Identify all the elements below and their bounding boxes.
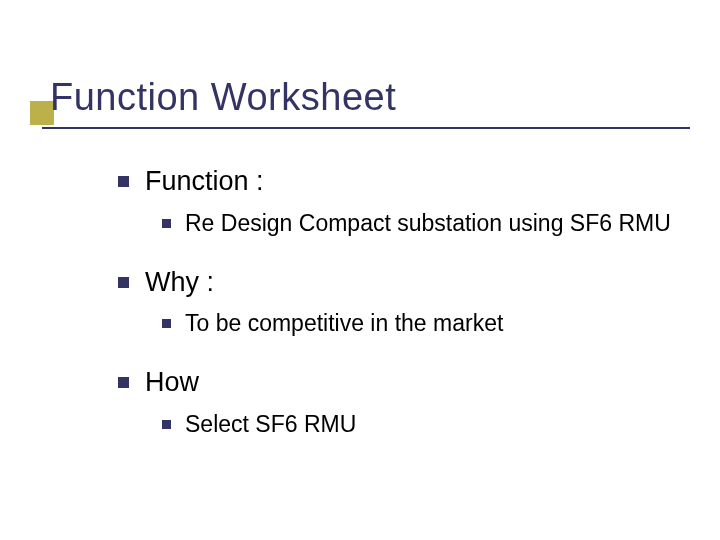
- square-bullet-icon: [162, 420, 171, 429]
- section-heading: Function :: [145, 165, 264, 199]
- list-item: Function :: [118, 165, 680, 199]
- square-bullet-icon: [118, 277, 129, 288]
- list-item: Why :: [118, 266, 680, 300]
- square-bullet-icon: [162, 319, 171, 328]
- list-item: Select SF6 RMU: [162, 410, 680, 439]
- slide-content: Function : Re Design Compact substation …: [118, 165, 680, 467]
- section-heading: How: [145, 366, 199, 400]
- list-item: Re Design Compact substation using SF6 R…: [162, 209, 680, 238]
- list-item: How: [118, 366, 680, 400]
- section-item: Re Design Compact substation using SF6 R…: [185, 209, 671, 238]
- section-item: To be competitive in the market: [185, 309, 503, 338]
- section-heading: Why :: [145, 266, 214, 300]
- slide-title: Function Worksheet: [50, 76, 720, 119]
- list-item: To be competitive in the market: [162, 309, 680, 338]
- square-bullet-icon: [118, 176, 129, 187]
- square-bullet-icon: [118, 377, 129, 388]
- square-bullet-icon: [162, 219, 171, 228]
- title-underline: [42, 127, 690, 129]
- section-item: Select SF6 RMU: [185, 410, 356, 439]
